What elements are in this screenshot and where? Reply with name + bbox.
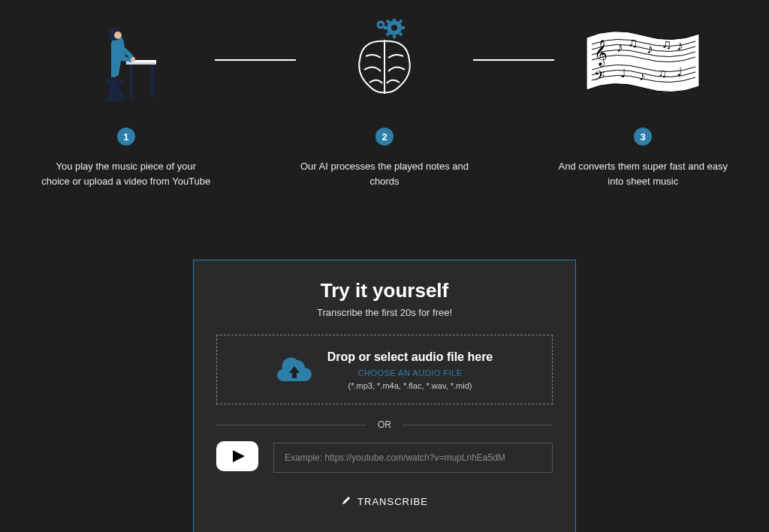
pencil-icon [341, 495, 351, 508]
svg-text:♪: ♪ [647, 41, 653, 56]
how-it-works-steps: 1 You play the music piece of your choic… [0, 15, 769, 188]
svg-text:𝄢: 𝄢 [594, 68, 605, 87]
supported-formats: (*.mp3, *.m4a, *.flac, *.wav, *.mid) [327, 381, 493, 390]
sheet-music-illustration: 𝄞 𝄢 ♪ ♫ ♪ ♫ ♪ ♩ ♪ ♫ ♩ [583, 15, 703, 105]
svg-text:♫: ♫ [658, 67, 667, 80]
youtube-icon [216, 441, 258, 474]
svg-point-21 [379, 23, 382, 26]
svg-rect-6 [151, 65, 154, 98]
try-subtitle: Transcribe the first 20s for free! [216, 307, 553, 318]
ai-brain-illustration [343, 15, 426, 105]
svg-text:♪: ♪ [617, 40, 623, 55]
svg-rect-5 [130, 65, 133, 98]
step-badge-3: 3 [634, 128, 652, 146]
step-1: 1 You play the music piece of your choic… [38, 15, 215, 188]
cloud-upload-icon [276, 354, 312, 387]
svg-line-18 [387, 33, 389, 35]
svg-text:♪: ♪ [677, 38, 683, 53]
youtube-url-input[interactable] [273, 443, 553, 473]
svg-text:♪: ♪ [639, 70, 645, 83]
try-title: Try it yourself [216, 279, 553, 302]
step-text-1: You play the music piece of your choice … [38, 159, 215, 188]
step-badge-1: 1 [117, 128, 135, 146]
or-divider: OR [216, 419, 553, 430]
svg-text:♩: ♩ [677, 65, 683, 78]
try-it-panel: Try it yourself Transcribe the first 20s… [193, 260, 576, 532]
svg-point-11 [391, 25, 397, 31]
svg-line-19 [400, 20, 402, 23]
drop-heading: Drop or select audio file here [327, 350, 493, 364]
svg-point-8 [114, 32, 122, 39]
svg-line-16 [387, 20, 389, 23]
svg-text:♫: ♫ [628, 35, 638, 50]
or-label: OR [366, 419, 403, 430]
svg-text:♩: ♩ [620, 67, 626, 80]
svg-text:♫: ♫ [662, 37, 672, 52]
piano-player-illustration [85, 15, 167, 105]
svg-text:𝄞: 𝄞 [594, 40, 608, 67]
connector-line [473, 15, 555, 105]
svg-point-9 [131, 57, 135, 62]
choose-file-link[interactable]: CHOOSE AN AUDIO FILE [327, 368, 493, 377]
step-3: 𝄞 𝄢 ♪ ♫ ♪ ♫ ♪ ♩ ♪ ♫ ♩ 3 And converts the… [554, 15, 731, 188]
step-badge-2: 2 [375, 128, 394, 146]
connector-line [215, 15, 297, 105]
audio-dropzone[interactable]: Drop or select audio file here CHOOSE AN… [216, 335, 553, 404]
step-2: 2 Our AI processes the played notes and … [296, 15, 473, 188]
transcribe-label: TRANSCRIBE [357, 496, 428, 507]
step-text-3: And converts them super fast and easy in… [554, 159, 731, 188]
step-text-2: Our AI processes the played notes and ch… [296, 159, 473, 188]
transcribe-button[interactable]: TRANSCRIBE [333, 491, 436, 512]
svg-line-17 [400, 33, 402, 35]
